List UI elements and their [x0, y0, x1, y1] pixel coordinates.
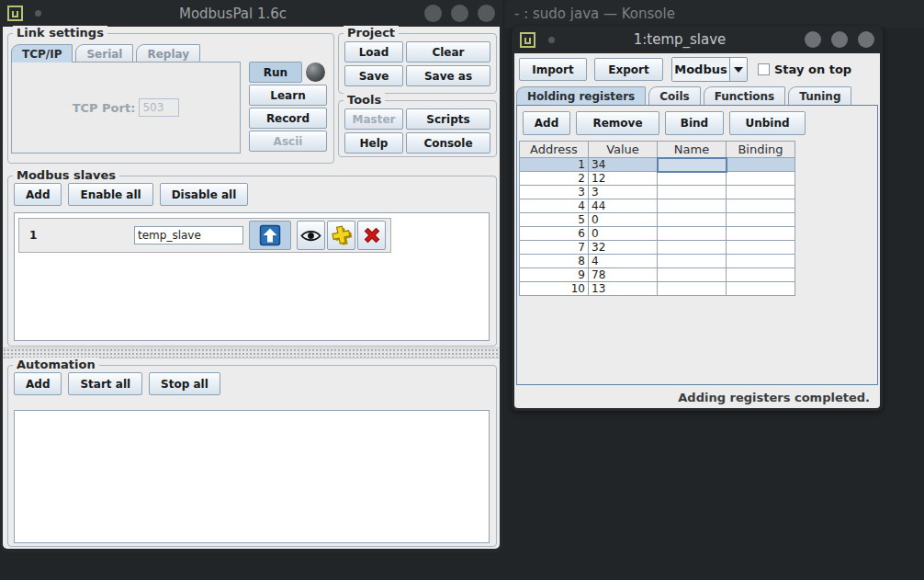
- tab-tcpip[interactable]: TCP/IP: [11, 44, 73, 63]
- clear-button[interactable]: Clear: [406, 41, 490, 63]
- minimize-button[interactable]: [424, 5, 442, 22]
- table-row[interactable]: 212: [520, 172, 795, 186]
- table-row[interactable]: 444: [520, 199, 795, 213]
- table-row[interactable]: 732: [520, 241, 795, 255]
- slave-delete-button[interactable]: [357, 221, 386, 250]
- tab-serial[interactable]: Serial: [75, 44, 133, 63]
- stop-all-button[interactable]: Stop all: [149, 372, 220, 395]
- cell-name[interactable]: [658, 227, 727, 241]
- register-unbind-button[interactable]: Unbind: [729, 111, 806, 135]
- cell-name[interactable]: [658, 282, 727, 296]
- cell-value[interactable]: 78: [589, 268, 658, 282]
- cell-address[interactable]: 7: [520, 241, 589, 255]
- save-as-button[interactable]: Save as: [406, 65, 490, 86]
- table-row[interactable]: 1013: [520, 282, 795, 296]
- disable-all-button[interactable]: Disable all: [160, 183, 249, 206]
- cell-address[interactable]: 3: [520, 186, 589, 199]
- tcp-port-field[interactable]: [139, 98, 179, 117]
- slave-enabled-toggle[interactable]: [249, 221, 291, 250]
- tab-holding-registers[interactable]: Holding registers: [516, 86, 646, 105]
- table-row[interactable]: 33: [520, 186, 795, 199]
- tab-replay[interactable]: Replay: [136, 44, 200, 63]
- load-button[interactable]: Load: [344, 41, 403, 63]
- slave-add-button[interactable]: Add: [14, 183, 62, 206]
- cell-binding[interactable]: [727, 268, 795, 282]
- table-row[interactable]: 60: [520, 227, 795, 241]
- cell-value[interactable]: 34: [589, 158, 658, 172]
- cell-address[interactable]: 2: [520, 172, 589, 186]
- import-button[interactable]: Import: [519, 58, 587, 81]
- register-add-button[interactable]: Add: [523, 111, 570, 135]
- window-pin-icon[interactable]: [548, 37, 555, 43]
- window-menu-icon[interactable]: [7, 6, 23, 21]
- tab-tuning[interactable]: Tuning: [788, 86, 851, 105]
- cell-binding[interactable]: [727, 241, 795, 255]
- cell-binding[interactable]: [727, 172, 795, 186]
- table-row[interactable]: 50: [520, 213, 795, 227]
- cell-name[interactable]: [658, 268, 727, 282]
- cell-name[interactable]: [658, 255, 727, 268]
- tab-functions[interactable]: Functions: [704, 86, 786, 105]
- column-header-address[interactable]: Address: [520, 142, 589, 158]
- konsole-titlebar[interactable]: - : sudo java — Konsole: [505, 0, 924, 28]
- column-header-binding[interactable]: Binding: [727, 142, 795, 158]
- maximize-button[interactable]: [831, 31, 848, 48]
- start-all-button[interactable]: Start all: [68, 372, 142, 395]
- window-pin-icon[interactable]: [35, 10, 41, 17]
- table-row[interactable]: 84: [520, 255, 795, 268]
- cell-address[interactable]: 5: [520, 213, 589, 227]
- protocol-dropdown[interactable]: Modbus: [671, 57, 748, 82]
- register-bind-button[interactable]: Bind: [665, 111, 724, 135]
- learn-button[interactable]: Learn: [249, 85, 327, 106]
- cell-address[interactable]: 6: [520, 227, 589, 241]
- enable-all-button[interactable]: Enable all: [68, 183, 152, 206]
- automation-add-button[interactable]: Add: [14, 372, 62, 395]
- stay-on-top-checkbox[interactable]: [758, 63, 770, 75]
- cell-name[interactable]: [658, 186, 727, 199]
- minimize-button[interactable]: [805, 31, 821, 48]
- modbuspal-titlebar[interactable]: ModbusPal 1.6c: [0, 0, 502, 27]
- save-button[interactable]: Save: [344, 65, 403, 86]
- table-row[interactable]: 134: [520, 158, 795, 172]
- cell-value[interactable]: 3: [589, 186, 658, 199]
- cell-name[interactable]: [658, 241, 727, 255]
- cell-name[interactable]: [658, 158, 727, 172]
- record-button[interactable]: Record: [249, 108, 327, 129]
- cell-binding[interactable]: [727, 282, 795, 296]
- close-button[interactable]: [858, 31, 874, 48]
- cell-name[interactable]: [658, 172, 727, 186]
- cell-address[interactable]: 4: [520, 199, 589, 213]
- cell-binding[interactable]: [727, 227, 795, 241]
- cell-value[interactable]: 13: [589, 282, 658, 296]
- cell-value[interactable]: 0: [589, 227, 658, 241]
- cell-binding[interactable]: [727, 255, 795, 268]
- tab-coils[interactable]: Coils: [648, 86, 700, 105]
- slave-row[interactable]: 1: [18, 218, 391, 253]
- cell-binding[interactable]: [727, 158, 795, 172]
- cell-value[interactable]: 12: [589, 172, 658, 186]
- run-button[interactable]: Run: [249, 62, 302, 83]
- window-menu-icon[interactable]: [520, 32, 535, 48]
- maximize-button[interactable]: [451, 5, 468, 22]
- cell-name[interactable]: [658, 199, 727, 213]
- slave-view-button[interactable]: [297, 221, 325, 250]
- cell-value[interactable]: 4: [589, 255, 658, 268]
- cell-value[interactable]: 32: [589, 241, 658, 255]
- cell-address[interactable]: 1: [520, 158, 589, 172]
- column-header-value[interactable]: Value: [589, 142, 658, 158]
- cell-address[interactable]: 9: [520, 268, 589, 282]
- cell-binding[interactable]: [727, 213, 795, 227]
- cell-value[interactable]: 44: [589, 199, 658, 213]
- column-header-name[interactable]: Name: [658, 142, 727, 158]
- scripts-button[interactable]: Scripts: [406, 108, 490, 130]
- cell-binding[interactable]: [727, 199, 795, 213]
- register-remove-button[interactable]: Remove: [576, 111, 659, 135]
- console-button[interactable]: Console: [406, 132, 490, 154]
- slave-duplicate-button[interactable]: [327, 221, 355, 250]
- cell-address[interactable]: 10: [520, 282, 589, 296]
- close-button[interactable]: [478, 5, 495, 22]
- slave-name-field[interactable]: [134, 226, 243, 245]
- help-button[interactable]: Help: [344, 132, 403, 154]
- table-row[interactable]: 978: [520, 268, 795, 282]
- slave-editor-titlebar[interactable]: 1:temp_slave: [512, 26, 883, 53]
